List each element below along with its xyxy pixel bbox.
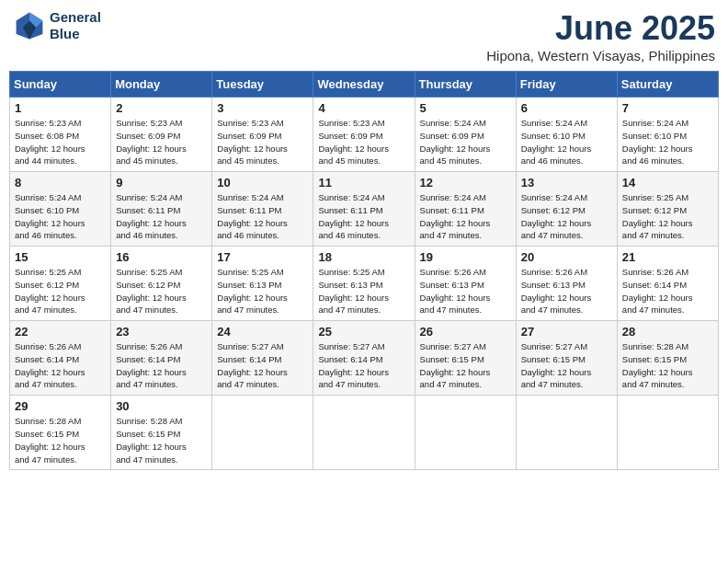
table-row: 24 Sunrise: 5:27 AM Sunset: 6:14 PM Dayl… xyxy=(212,321,313,396)
day-number: 25 xyxy=(318,325,409,339)
table-row: 13 Sunrise: 5:24 AM Sunset: 6:12 PM Dayl… xyxy=(516,172,617,247)
day-info: Sunrise: 5:26 AM Sunset: 6:14 PM Dayligh… xyxy=(622,266,713,316)
day-info: Sunrise: 5:24 AM Sunset: 6:11 PM Dayligh… xyxy=(116,191,207,242)
day-number: 23 xyxy=(116,325,207,339)
week-row-1: 1 Sunrise: 5:23 AM Sunset: 6:08 PM Dayli… xyxy=(10,98,719,172)
week-row-3: 15 Sunrise: 5:25 AM Sunset: 6:12 PM Dayl… xyxy=(10,247,719,321)
table-row xyxy=(516,396,617,470)
logo-icon xyxy=(13,9,46,42)
day-info: Sunrise: 5:28 AM Sunset: 6:15 PM Dayligh… xyxy=(622,340,713,391)
day-info: Sunrise: 5:25 AM Sunset: 6:12 PM Dayligh… xyxy=(622,191,713,242)
col-tuesday: Tuesday xyxy=(212,72,313,98)
day-info: Sunrise: 5:24 AM Sunset: 6:11 PM Dayligh… xyxy=(217,191,308,242)
day-number: 21 xyxy=(622,250,713,264)
day-number: 18 xyxy=(318,250,409,264)
col-monday: Monday xyxy=(111,72,212,98)
col-wednesday: Wednesday xyxy=(313,72,415,98)
day-number: 14 xyxy=(622,176,713,190)
week-row-4: 22 Sunrise: 5:26 AM Sunset: 6:14 PM Dayl… xyxy=(10,321,719,396)
day-number: 3 xyxy=(217,101,308,115)
day-info: Sunrise: 5:27 AM Sunset: 6:15 PM Dayligh… xyxy=(420,340,511,391)
col-thursday: Thursday xyxy=(415,72,516,98)
day-info: Sunrise: 5:25 AM Sunset: 6:13 PM Dayligh… xyxy=(217,266,308,316)
day-number: 17 xyxy=(217,250,308,264)
day-info: Sunrise: 5:27 AM Sunset: 6:14 PM Dayligh… xyxy=(318,340,409,391)
day-info: Sunrise: 5:26 AM Sunset: 6:13 PM Dayligh… xyxy=(420,266,511,316)
day-info: Sunrise: 5:26 AM Sunset: 6:14 PM Dayligh… xyxy=(15,340,106,391)
day-number: 27 xyxy=(521,325,612,339)
table-row: 26 Sunrise: 5:27 AM Sunset: 6:15 PM Dayl… xyxy=(415,321,516,396)
day-number: 1 xyxy=(15,101,106,115)
day-number: 10 xyxy=(217,176,308,190)
day-info: Sunrise: 5:27 AM Sunset: 6:14 PM Dayligh… xyxy=(217,340,308,391)
table-row: 15 Sunrise: 5:25 AM Sunset: 6:12 PM Dayl… xyxy=(10,247,111,321)
day-number: 12 xyxy=(420,176,511,190)
day-number: 15 xyxy=(15,250,106,264)
day-info: Sunrise: 5:24 AM Sunset: 6:09 PM Dayligh… xyxy=(420,117,511,167)
calendar-title: June 2025 xyxy=(486,9,715,48)
table-row: 4 Sunrise: 5:23 AM Sunset: 6:09 PM Dayli… xyxy=(313,98,415,172)
table-row: 9 Sunrise: 5:24 AM Sunset: 6:11 PM Dayli… xyxy=(111,172,212,247)
day-info: Sunrise: 5:26 AM Sunset: 6:14 PM Dayligh… xyxy=(116,340,207,391)
table-row xyxy=(415,396,516,470)
day-info: Sunrise: 5:26 AM Sunset: 6:13 PM Dayligh… xyxy=(521,266,612,316)
table-row: 16 Sunrise: 5:25 AM Sunset: 6:12 PM Dayl… xyxy=(111,247,212,321)
day-info: Sunrise: 5:23 AM Sunset: 6:09 PM Dayligh… xyxy=(318,117,409,167)
day-number: 24 xyxy=(217,325,308,339)
week-row-5: 29 Sunrise: 5:28 AM Sunset: 6:15 PM Dayl… xyxy=(10,396,719,470)
day-number: 9 xyxy=(116,176,207,190)
table-row: 11 Sunrise: 5:24 AM Sunset: 6:11 PM Dayl… xyxy=(313,172,415,247)
col-saturday: Saturday xyxy=(617,72,718,98)
table-row: 2 Sunrise: 5:23 AM Sunset: 6:09 PM Dayli… xyxy=(111,98,212,172)
header-row: Sunday Monday Tuesday Wednesday Thursday… xyxy=(10,72,719,98)
table-row: 14 Sunrise: 5:25 AM Sunset: 6:12 PM Dayl… xyxy=(617,172,718,247)
day-number: 28 xyxy=(622,325,713,339)
day-number: 4 xyxy=(318,101,409,115)
table-row: 25 Sunrise: 5:27 AM Sunset: 6:14 PM Dayl… xyxy=(313,321,415,396)
day-info: Sunrise: 5:28 AM Sunset: 6:15 PM Dayligh… xyxy=(15,415,106,465)
day-number: 16 xyxy=(116,250,207,264)
day-info: Sunrise: 5:23 AM Sunset: 6:09 PM Dayligh… xyxy=(217,117,308,167)
table-row: 23 Sunrise: 5:26 AM Sunset: 6:14 PM Dayl… xyxy=(111,321,212,396)
logo: General Blue xyxy=(13,9,101,42)
table-row: 20 Sunrise: 5:26 AM Sunset: 6:13 PM Dayl… xyxy=(516,247,617,321)
day-info: Sunrise: 5:24 AM Sunset: 6:10 PM Dayligh… xyxy=(15,191,106,242)
day-info: Sunrise: 5:25 AM Sunset: 6:12 PM Dayligh… xyxy=(116,266,207,316)
day-info: Sunrise: 5:24 AM Sunset: 6:10 PM Dayligh… xyxy=(521,117,612,167)
page-header: General Blue June 2025 Hipona, Western V… xyxy=(9,9,719,63)
day-number: 2 xyxy=(116,101,207,115)
table-row: 5 Sunrise: 5:24 AM Sunset: 6:09 PM Dayli… xyxy=(415,98,516,172)
day-number: 8 xyxy=(15,176,106,190)
table-row: 3 Sunrise: 5:23 AM Sunset: 6:09 PM Dayli… xyxy=(212,98,313,172)
table-row: 12 Sunrise: 5:24 AM Sunset: 6:11 PM Dayl… xyxy=(415,172,516,247)
day-number: 7 xyxy=(622,101,713,115)
day-info: Sunrise: 5:24 AM Sunset: 6:10 PM Dayligh… xyxy=(622,117,713,167)
table-row: 6 Sunrise: 5:24 AM Sunset: 6:10 PM Dayli… xyxy=(516,98,617,172)
table-row: 29 Sunrise: 5:28 AM Sunset: 6:15 PM Dayl… xyxy=(10,396,111,470)
col-sunday: Sunday xyxy=(10,72,111,98)
table-row: 28 Sunrise: 5:28 AM Sunset: 6:15 PM Dayl… xyxy=(617,321,718,396)
table-row xyxy=(212,396,313,470)
logo-text: General Blue xyxy=(50,9,101,42)
day-info: Sunrise: 5:25 AM Sunset: 6:13 PM Dayligh… xyxy=(318,266,409,316)
day-number: 11 xyxy=(318,176,409,190)
day-number: 26 xyxy=(420,325,511,339)
day-info: Sunrise: 5:25 AM Sunset: 6:12 PM Dayligh… xyxy=(15,266,106,316)
day-number: 20 xyxy=(521,250,612,264)
day-number: 29 xyxy=(15,399,106,413)
table-row: 10 Sunrise: 5:24 AM Sunset: 6:11 PM Dayl… xyxy=(212,172,313,247)
day-info: Sunrise: 5:23 AM Sunset: 6:09 PM Dayligh… xyxy=(116,117,207,167)
day-info: Sunrise: 5:24 AM Sunset: 6:12 PM Dayligh… xyxy=(521,191,612,242)
day-number: 13 xyxy=(521,176,612,190)
day-info: Sunrise: 5:23 AM Sunset: 6:08 PM Dayligh… xyxy=(15,117,106,167)
day-info: Sunrise: 5:24 AM Sunset: 6:11 PM Dayligh… xyxy=(318,191,409,242)
table-row xyxy=(617,396,718,470)
table-row: 19 Sunrise: 5:26 AM Sunset: 6:13 PM Dayl… xyxy=(415,247,516,321)
day-number: 5 xyxy=(420,101,511,115)
calendar-subtitle: Hipona, Western Visayas, Philippines xyxy=(486,48,715,63)
table-row: 18 Sunrise: 5:25 AM Sunset: 6:13 PM Dayl… xyxy=(313,247,415,321)
day-number: 22 xyxy=(15,325,106,339)
day-info: Sunrise: 5:24 AM Sunset: 6:11 PM Dayligh… xyxy=(420,191,511,242)
table-row: 21 Sunrise: 5:26 AM Sunset: 6:14 PM Dayl… xyxy=(617,247,718,321)
table-row: 17 Sunrise: 5:25 AM Sunset: 6:13 PM Dayl… xyxy=(212,247,313,321)
